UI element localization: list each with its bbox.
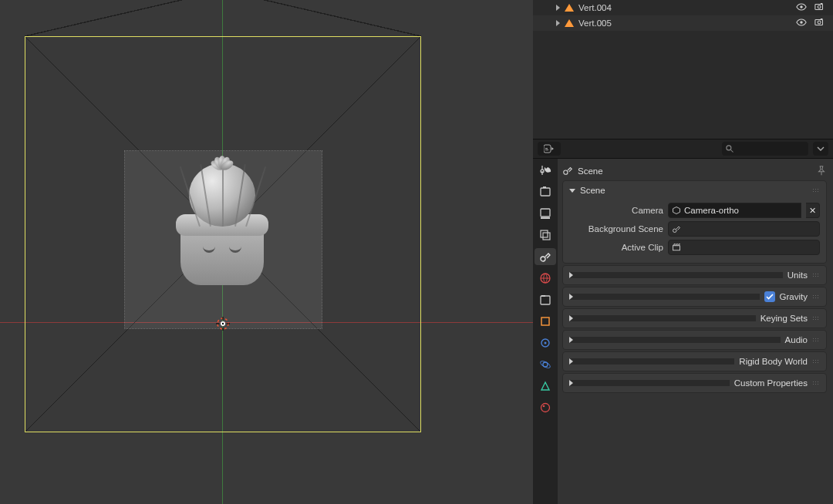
tab-collection[interactable] [535, 291, 556, 308]
svg-rect-25 [543, 233, 550, 240]
tab-scene[interactable] [535, 248, 556, 265]
outliner-object-name[interactable]: Vert.004 [578, 3, 612, 12]
breadcrumb-label[interactable]: Scene [578, 166, 603, 176]
svg-rect-12 [815, 20, 823, 25]
drag-handle-icon[interactable] [812, 316, 820, 321]
drag-handle-icon[interactable] [812, 338, 820, 342]
tab-output[interactable] [535, 205, 556, 222]
mesh-preview [168, 154, 276, 308]
drag-handle-icon[interactable] [812, 188, 820, 193]
svg-rect-28 [541, 296, 550, 304]
svg-rect-14 [821, 18, 823, 19]
right-panel: Vert.004 Vert.005 [533, 0, 833, 504]
chevron-right-icon [569, 358, 734, 365]
svg-rect-21 [543, 186, 546, 188]
svg-rect-10 [821, 3, 823, 4]
drag-handle-icon[interactable] [812, 294, 820, 299]
svg-point-9 [818, 5, 821, 8]
model-flower [207, 154, 237, 171]
label-camera: Camera [569, 206, 663, 215]
gravity-checkbox[interactable] [764, 291, 775, 302]
render-toggle[interactable] [814, 2, 825, 14]
panel-customprops: Custom Properties [562, 373, 827, 393]
properties-header [533, 139, 833, 159]
tab-render[interactable] [535, 183, 556, 200]
input-bgscene[interactable] [668, 221, 820, 237]
svg-rect-17 [545, 150, 548, 150]
panel-title: Units [787, 270, 808, 280]
properties-body: Scene Scene Camera Camera [533, 159, 833, 504]
drag-handle-icon[interactable] [812, 359, 820, 364]
svg-point-18 [727, 146, 731, 150]
panel-units: Units [562, 265, 827, 285]
tab-viewlayer[interactable] [535, 227, 556, 244]
disclosure-icon[interactable] [556, 20, 560, 26]
panel-header-gravity[interactable]: Gravity [563, 287, 826, 306]
panel-title: Rigid Body World [739, 357, 808, 366]
check-icon [766, 293, 774, 301]
panel-title: Custom Properties [734, 378, 808, 388]
input-camera[interactable]: Camera-ortho [668, 203, 801, 218]
tab-constraints[interactable] [535, 334, 556, 351]
chevron-right-icon [569, 337, 781, 343]
drag-handle-icon[interactable] [812, 381, 820, 385]
drag-handle-icon[interactable] [812, 273, 820, 277]
outliner-object-name[interactable]: Vert.005 [578, 18, 612, 28]
model-cactus-body [189, 163, 255, 227]
svg-rect-30 [541, 318, 549, 325]
panel-header-scene[interactable]: Scene [563, 181, 826, 200]
tab-object[interactable] [535, 313, 556, 330]
clear-camera-button[interactable]: ✕ [806, 203, 820, 218]
input-activeclip[interactable] [668, 240, 820, 255]
outliner-row[interactable]: Vert.005 [533, 15, 833, 31]
disclosure-icon[interactable] [556, 5, 560, 11]
panel-header-customprops[interactable]: Custom Properties [563, 374, 826, 392]
scene-icon [562, 165, 573, 177]
svg-point-35 [541, 404, 550, 412]
svg-point-2 [222, 323, 224, 324]
chevron-right-icon [569, 272, 783, 278]
pin-icon[interactable] [816, 165, 827, 177]
properties-search[interactable] [722, 142, 808, 156]
chevron-right-icon [569, 380, 730, 386]
tab-material[interactable] [535, 399, 556, 416]
svg-rect-29 [541, 295, 545, 297]
movieclip-icon [672, 243, 681, 252]
visibility-toggle[interactable] [796, 17, 807, 29]
svg-point-36 [543, 405, 545, 408]
svg-rect-23 [541, 217, 550, 219]
panel-header-rigidbody[interactable]: Rigid Body World [563, 352, 826, 371]
svg-point-7 [800, 5, 803, 8]
editor-type-select[interactable] [538, 142, 561, 156]
visibility-toggle[interactable] [796, 2, 807, 14]
panel-header-units[interactable]: Units [563, 266, 826, 284]
chevron-right-icon [569, 294, 760, 300]
camera-icon [672, 206, 681, 215]
tab-tool[interactable] [535, 162, 556, 179]
svg-rect-22 [541, 209, 550, 217]
tab-physics[interactable] [535, 356, 556, 373]
scene-icon [672, 224, 681, 234]
svg-point-13 [818, 21, 821, 24]
panel-header-audio[interactable]: Audio [563, 331, 826, 349]
label-activeclip: Active Clip [569, 243, 663, 252]
tab-world[interactable] [535, 270, 556, 287]
panel-scene: Scene Camera Camera-ortho ✕ Background S… [562, 180, 827, 264]
svg-point-26 [541, 257, 545, 261]
render-toggle[interactable] [814, 17, 825, 29]
cursor-3d-icon [216, 317, 230, 334]
mesh-object-icon [565, 19, 574, 27]
outliner-row[interactable]: Vert.004 [533, 0, 833, 15]
svg-point-39 [673, 229, 677, 233]
outliner[interactable]: Vert.004 Vert.005 [533, 0, 833, 139]
chevron-down-icon [569, 189, 575, 193]
tab-mesh[interactable] [535, 378, 556, 395]
search-icon [725, 144, 734, 153]
svg-point-34 [539, 360, 551, 369]
panel-header-keyingsets[interactable]: Keying Sets [563, 309, 826, 328]
properties-filter[interactable] [813, 142, 828, 156]
svg-point-37 [564, 170, 568, 174]
properties-content: Scene Scene Camera Camera [558, 159, 833, 504]
viewport-3d[interactable] [0, 0, 533, 504]
input-camera-value: Camera-ortho [684, 206, 739, 215]
